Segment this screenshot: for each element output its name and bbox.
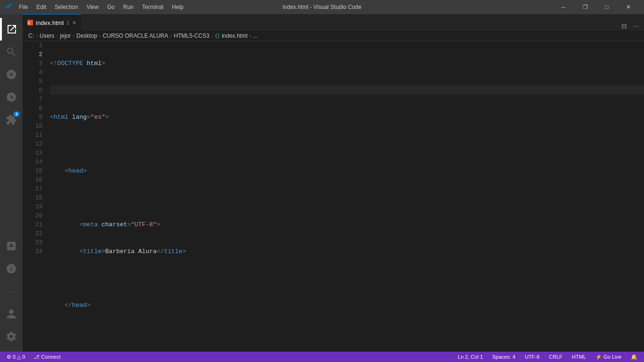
breadcrumb: C: › Users › jejor › Desktop › CURSO ORA… bbox=[23, 31, 644, 41]
more-actions-button[interactable]: ··· bbox=[631, 21, 640, 31]
line-num-17: 17 bbox=[26, 184, 42, 193]
line-num-1: 1 bbox=[26, 41, 42, 50]
status-right: Ln 2, Col 1 Spaces: 4 UTF-8 CRLF HTML ⚡ … bbox=[455, 352, 640, 362]
tab-number: 1 bbox=[66, 20, 69, 25]
menu-go[interactable]: Go bbox=[103, 3, 118, 11]
status-bar: ⚙ 0 △ 0 ⎇ Connect Ln 2, Col 1 Spaces: 4 … bbox=[0, 352, 644, 362]
tab-bar: H index.html 1 × ⊟ ··· bbox=[23, 14, 644, 31]
activity-debug[interactable] bbox=[0, 86, 23, 108]
status-language[interactable]: HTML bbox=[569, 352, 589, 362]
title-bar-left: File Edit Selection View Go Run Terminal… bbox=[5, 3, 187, 11]
tab-actions: ⊟ ··· bbox=[619, 21, 644, 31]
status-spaces[interactable]: Spaces: 4 bbox=[489, 352, 518, 362]
line-num-20: 20 bbox=[26, 211, 42, 220]
code-content[interactable]: <!DOCTYPE html> <html lang="es"> <head> … bbox=[46, 41, 644, 352]
breadcrumb-indexhtml[interactable]: index.html bbox=[222, 33, 248, 39]
activity-account[interactable] bbox=[0, 303, 23, 325]
activity-extensions[interactable]: 3 bbox=[0, 108, 23, 131]
eol-label: CRLF bbox=[549, 354, 562, 360]
warning-count: 0 bbox=[22, 354, 25, 360]
close-button[interactable]: ✕ bbox=[618, 0, 639, 14]
menu-terminal[interactable]: Terminal bbox=[138, 3, 167, 11]
editor-area: H index.html 1 × ⊟ ··· C: › Users › jejo… bbox=[23, 14, 644, 352]
menu-edit[interactable]: Edit bbox=[33, 3, 50, 11]
status-encoding[interactable]: UTF-8 bbox=[522, 352, 542, 362]
line-numbers: 1 2 3 4 5 6 7 8 9 10 11 12 13 14 15 16 1… bbox=[23, 41, 46, 352]
activity-git[interactable] bbox=[0, 63, 23, 86]
line-num-15: 15 bbox=[26, 166, 42, 175]
menu-selection[interactable]: Selection bbox=[51, 3, 82, 11]
title-bar: File Edit Selection View Go Run Terminal… bbox=[0, 0, 644, 14]
line-num-23: 23 bbox=[26, 238, 42, 247]
encoding-label: UTF-8 bbox=[525, 354, 539, 360]
app-body: 3 ··· bbox=[0, 14, 644, 352]
line-num-10: 10 bbox=[26, 122, 42, 131]
position-label: Ln 2, Col 1 bbox=[458, 354, 483, 360]
code-line-7: <meta charset="UTF-8"> bbox=[50, 220, 644, 229]
activity-settings[interactable] bbox=[0, 325, 23, 348]
split-editor-button[interactable]: ⊟ bbox=[619, 21, 629, 31]
activity-bar: 3 ··· bbox=[0, 14, 23, 352]
warning-icon: △ bbox=[17, 354, 21, 360]
window-controls: ─ ❐ □ ✕ bbox=[553, 0, 639, 14]
line-num-13: 13 bbox=[26, 148, 42, 157]
breadcrumb-html5[interactable]: HTML5-CCS3 bbox=[174, 33, 209, 39]
menu-run[interactable]: Run bbox=[119, 3, 137, 11]
status-connect[interactable]: ⎇ Connect bbox=[31, 352, 63, 362]
remote-icon: ⎇ bbox=[33, 354, 40, 360]
activity-more[interactable]: ··· bbox=[0, 280, 23, 303]
code-editor[interactable]: 1 2 3 4 5 6 7 8 9 10 11 12 13 14 15 16 1… bbox=[23, 41, 644, 352]
svg-text:H: H bbox=[28, 21, 30, 25]
code-line-9 bbox=[50, 274, 644, 283]
line-num-5: 5 bbox=[26, 77, 42, 86]
line-num-18: 18 bbox=[26, 193, 42, 202]
line-num-9: 9 bbox=[26, 113, 42, 122]
code-line-5: <head> bbox=[50, 166, 644, 175]
spaces-label: Spaces: 4 bbox=[492, 354, 515, 360]
menu-view[interactable]: View bbox=[83, 3, 102, 11]
menu-file[interactable]: File bbox=[15, 3, 32, 11]
menu-help[interactable]: Help bbox=[168, 3, 188, 11]
line-num-6: 6 bbox=[26, 86, 42, 95]
extensions-badge: 3 bbox=[13, 111, 20, 117]
code-line-3: <html lang="es"> bbox=[50, 113, 644, 122]
activity-test[interactable] bbox=[0, 235, 23, 257]
code-line-4 bbox=[50, 140, 644, 148]
menu-bar: File Edit Selection View Go Run Terminal… bbox=[15, 3, 187, 11]
line-num-2: 2 bbox=[26, 50, 42, 59]
restore-button[interactable]: ❐ bbox=[574, 0, 596, 14]
error-icon: ⚙ bbox=[7, 354, 11, 360]
activity-remote[interactable] bbox=[0, 257, 23, 280]
line-num-12: 12 bbox=[26, 140, 42, 148]
code-line-2 bbox=[50, 86, 644, 95]
status-position[interactable]: Ln 2, Col 1 bbox=[455, 352, 486, 362]
line-num-7: 7 bbox=[26, 95, 42, 104]
tab-close-button[interactable]: × bbox=[72, 19, 76, 26]
breadcrumb-desktop[interactable]: Desktop bbox=[76, 33, 97, 39]
status-errors[interactable]: ⚙ 0 △ 0 bbox=[4, 352, 28, 362]
maximize-button[interactable]: □ bbox=[596, 0, 618, 14]
breadcrumb-c[interactable]: C: bbox=[28, 33, 34, 39]
line-num-3: 3 bbox=[26, 59, 42, 68]
line-num-14: 14 bbox=[26, 157, 42, 166]
line-num-21: 21 bbox=[26, 220, 42, 229]
window-title: index.html - Visual Studio Code bbox=[282, 4, 361, 10]
minimize-button[interactable]: ─ bbox=[553, 0, 574, 14]
breadcrumb-jejor[interactable]: jejor bbox=[60, 33, 71, 39]
tab-label: index.html bbox=[36, 19, 64, 26]
activity-search[interactable] bbox=[0, 41, 23, 63]
status-notifications[interactable]: 🔔 bbox=[628, 352, 640, 362]
connect-label: Connect bbox=[41, 354, 60, 360]
status-eol[interactable]: CRLF bbox=[546, 352, 565, 362]
breadcrumb-ellipsis[interactable]: ... bbox=[253, 33, 258, 39]
code-line-11 bbox=[50, 328, 644, 337]
tab-index-html[interactable]: H index.html 1 × bbox=[23, 14, 81, 31]
line-num-11: 11 bbox=[26, 131, 42, 140]
breadcrumb-users[interactable]: Users bbox=[40, 33, 54, 39]
breadcrumb-curso[interactable]: CURSO ORACLE ALURA bbox=[103, 33, 168, 39]
vscode-icon bbox=[5, 3, 12, 11]
error-count: 0 bbox=[13, 354, 16, 360]
status-golive[interactable]: ⚡ Go Live bbox=[593, 352, 624, 362]
breadcrumb-file-icon: ⟨⟩ bbox=[215, 33, 220, 39]
activity-explorer[interactable] bbox=[0, 18, 23, 41]
